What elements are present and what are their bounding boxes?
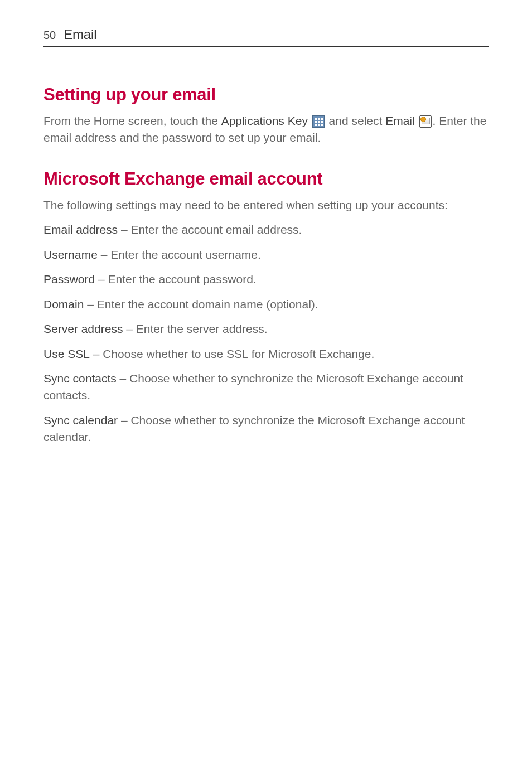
email-app-icon (419, 115, 432, 128)
setting-label: Email address (43, 223, 118, 236)
setting-label: Use SSL (43, 347, 90, 360)
setting-email-address: Email address – Enter the account email … (43, 221, 489, 238)
setting-sync-calendar: Sync calendar – Choose whether to synchr… (43, 412, 489, 446)
header-title: Email (64, 27, 96, 42)
setting-server-address: Server address – Enter the server addres… (43, 321, 489, 337)
setting-username: Username – Enter the account username. (43, 246, 489, 263)
setting-desc: – Enter the account username. (98, 248, 261, 261)
setting-label: Password (43, 273, 95, 285)
section-heading-setup-email: Setting up your email (43, 85, 489, 105)
setting-domain: Domain – Enter the account domain name (… (43, 296, 489, 313)
setting-use-ssl: Use SSL – Choose whether to use SSL for … (43, 346, 489, 362)
bold-email: Email (385, 114, 415, 127)
bold-apps-key: Applications Key (221, 114, 308, 127)
page-number: 50 (43, 29, 56, 42)
setting-label: Server address (43, 322, 123, 335)
setting-desc: – Enter the account domain name (optiona… (84, 298, 318, 311)
setting-desc: – Choose whether to use SSL for Microsof… (90, 347, 375, 360)
setting-label: Sync contacts (43, 372, 117, 385)
applications-key-icon (312, 115, 325, 128)
text-span: From the Home screen, touch the (43, 114, 221, 127)
setup-email-body: From the Home screen, touch the Applicat… (43, 113, 489, 147)
exchange-intro: The following settings may need to be en… (43, 197, 489, 214)
setting-sync-contacts: Sync contacts – Choose whether to synchr… (43, 370, 489, 404)
setting-label: Domain (43, 298, 84, 311)
setting-label: Sync calendar (43, 414, 118, 427)
setting-desc: – Enter the account email address. (118, 223, 302, 236)
page-container: 50 Email Setting up your email From the … (0, 0, 532, 446)
section-heading-exchange: Microsoft Exchange email account (43, 169, 489, 189)
setting-password: Password – Enter the account password. (43, 271, 489, 288)
setting-label: Username (43, 248, 98, 261)
text-span: and select (326, 114, 385, 127)
setting-desc: – Enter the server address. (123, 322, 267, 335)
setting-desc: – Enter the account password. (95, 273, 257, 285)
page-header: 50 Email (43, 27, 489, 47)
